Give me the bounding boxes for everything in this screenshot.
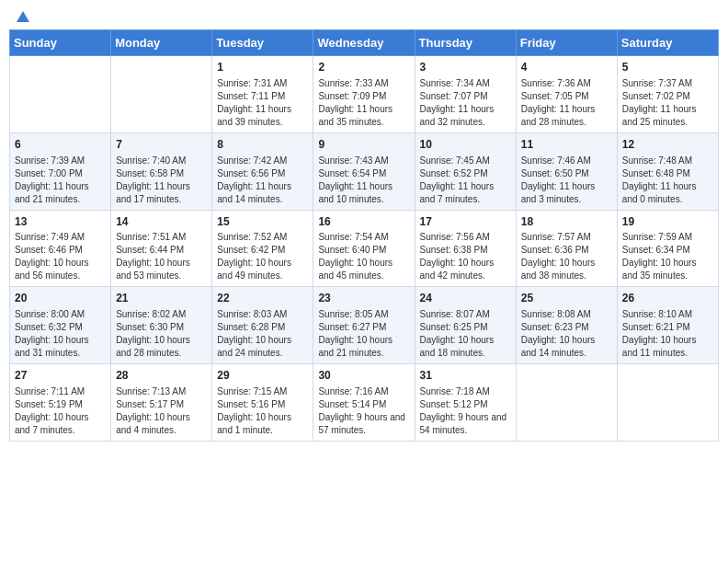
calendar-cell-19: 18Sunrise: 7:57 AMSunset: 6:36 PMDayligh…: [516, 210, 617, 287]
logo-icon: [15, 9, 31, 26]
day-info: Sunrise: 7:40 AMSunset: 6:58 PMDaylight:…: [116, 155, 207, 206]
day-info: Sunrise: 7:13 AMSunset: 5:17 PMDaylight:…: [116, 385, 207, 437]
day-number: 22: [217, 291, 308, 306]
header-saturday: Saturday: [617, 30, 718, 56]
week-row-2: 6Sunrise: 7:39 AMSunset: 7:00 PMDaylight…: [10, 132, 719, 210]
page-header: [9, 9, 719, 22]
calendar-cell-3: 2Sunrise: 7:33 AMSunset: 7:09 PMDaylight…: [313, 56, 415, 133]
calendar-cell-17: 16Sunrise: 7:54 AMSunset: 6:40 PMDayligh…: [313, 210, 415, 287]
header-monday: Monday: [111, 30, 212, 56]
day-info: Sunrise: 8:02 AMSunset: 6:30 PMDaylight:…: [116, 308, 207, 360]
header-thursday: Thursday: [415, 30, 516, 56]
calendar-cell-13: 12Sunrise: 7:48 AMSunset: 6:48 PMDayligh…: [617, 132, 718, 210]
week-row-3: 13Sunrise: 7:49 AMSunset: 6:46 PMDayligh…: [10, 210, 719, 287]
day-number: 5: [622, 60, 713, 75]
day-info: Sunrise: 7:57 AMSunset: 6:36 PMDaylight:…: [521, 231, 612, 282]
day-number: 1: [217, 60, 308, 75]
day-info: Sunrise: 8:10 AMSunset: 6:21 PMDaylight:…: [622, 308, 713, 360]
week-row-4: 20Sunrise: 8:00 AMSunset: 6:32 PMDayligh…: [10, 287, 719, 364]
day-number: 27: [15, 368, 106, 384]
day-number: 18: [521, 214, 612, 230]
day-number: 11: [521, 137, 612, 153]
header-sunday: Sunday: [10, 30, 111, 56]
calendar-cell-28: 27Sunrise: 7:11 AMSunset: 5:19 PMDayligh…: [10, 364, 111, 442]
svg-marker-0: [17, 11, 29, 22]
day-info: Sunrise: 7:34 AMSunset: 7:07 PMDaylight:…: [420, 77, 511, 129]
day-number: 25: [521, 291, 612, 306]
calendar-cell-10: 9Sunrise: 7:43 AMSunset: 6:54 PMDaylight…: [313, 132, 415, 210]
day-number: 16: [318, 214, 409, 230]
day-info: Sunrise: 7:56 AMSunset: 6:38 PMDaylight:…: [420, 231, 511, 282]
day-info: Sunrise: 7:31 AMSunset: 7:11 PMDaylight:…: [217, 77, 308, 129]
day-number: 20: [15, 291, 106, 306]
header-friday: Friday: [516, 30, 617, 56]
calendar-cell-18: 17Sunrise: 7:56 AMSunset: 6:38 PMDayligh…: [415, 210, 516, 287]
calendar-header: SundayMondayTuesdayWednesdayThursdayFrid…: [10, 30, 719, 56]
day-info: Sunrise: 7:37 AMSunset: 7:02 PMDaylight:…: [622, 77, 713, 129]
calendar-cell-7: 6Sunrise: 7:39 AMSunset: 7:00 PMDaylight…: [10, 132, 111, 210]
day-number: 4: [521, 60, 612, 75]
day-info: Sunrise: 7:11 AMSunset: 5:19 PMDaylight:…: [15, 385, 106, 437]
calendar-cell-12: 11Sunrise: 7:46 AMSunset: 6:50 PMDayligh…: [516, 132, 617, 210]
day-info: Sunrise: 8:05 AMSunset: 6:27 PMDaylight:…: [318, 308, 409, 360]
day-info: Sunrise: 7:49 AMSunset: 6:46 PMDaylight:…: [15, 231, 106, 282]
week-row-1: 1Sunrise: 7:31 AMSunset: 7:11 PMDaylight…: [10, 56, 719, 133]
calendar-cell-21: 20Sunrise: 8:00 AMSunset: 6:32 PMDayligh…: [10, 287, 111, 364]
calendar-cell-34: [617, 364, 718, 442]
calendar-cell-8: 7Sunrise: 7:40 AMSunset: 6:58 PMDaylight…: [111, 132, 212, 210]
day-number: 28: [116, 368, 207, 384]
day-info: Sunrise: 7:59 AMSunset: 6:34 PMDaylight:…: [622, 231, 713, 282]
calendar-cell-0: [10, 56, 111, 133]
day-info: Sunrise: 7:51 AMSunset: 6:44 PMDaylight:…: [116, 231, 207, 282]
calendar-cell-25: 24Sunrise: 8:07 AMSunset: 6:25 PMDayligh…: [415, 287, 516, 364]
day-info: Sunrise: 7:39 AMSunset: 7:00 PMDaylight:…: [15, 155, 106, 206]
calendar-cell-11: 10Sunrise: 7:45 AMSunset: 6:52 PMDayligh…: [415, 132, 516, 210]
logo: [13, 9, 31, 22]
calendar-cell-26: 25Sunrise: 8:08 AMSunset: 6:23 PMDayligh…: [516, 287, 617, 364]
day-info: Sunrise: 7:54 AMSunset: 6:40 PMDaylight:…: [318, 231, 409, 282]
calendar-cell-27: 26Sunrise: 8:10 AMSunset: 6:21 PMDayligh…: [617, 287, 718, 364]
day-info: Sunrise: 7:16 AMSunset: 5:14 PMDaylight:…: [318, 385, 409, 437]
day-number: 24: [420, 291, 511, 306]
calendar-cell-22: 21Sunrise: 8:02 AMSunset: 6:30 PMDayligh…: [111, 287, 212, 364]
day-info: Sunrise: 8:00 AMSunset: 6:32 PMDaylight:…: [15, 308, 106, 360]
day-number: 3: [420, 60, 511, 75]
week-row-5: 27Sunrise: 7:11 AMSunset: 5:19 PMDayligh…: [10, 364, 719, 442]
day-number: 14: [116, 214, 207, 230]
day-number: 10: [420, 137, 511, 153]
calendar-cell-29: 28Sunrise: 7:13 AMSunset: 5:17 PMDayligh…: [111, 364, 212, 442]
day-info: Sunrise: 8:08 AMSunset: 6:23 PMDaylight:…: [521, 308, 612, 360]
day-info: Sunrise: 8:07 AMSunset: 6:25 PMDaylight:…: [420, 308, 511, 360]
day-number: 13: [15, 214, 106, 230]
header-wednesday: Wednesday: [313, 30, 415, 56]
calendar-cell-30: 29Sunrise: 7:15 AMSunset: 5:16 PMDayligh…: [212, 364, 313, 442]
day-number: 7: [116, 137, 207, 153]
day-info: Sunrise: 7:36 AMSunset: 7:05 PMDaylight:…: [521, 77, 612, 129]
day-info: Sunrise: 7:42 AMSunset: 6:56 PMDaylight:…: [217, 155, 308, 206]
calendar-cell-2: 1Sunrise: 7:31 AMSunset: 7:11 PMDaylight…: [212, 56, 313, 133]
calendar-cell-16: 15Sunrise: 7:52 AMSunset: 6:42 PMDayligh…: [212, 210, 313, 287]
calendar-cell-6: 5Sunrise: 7:37 AMSunset: 7:02 PMDaylight…: [617, 56, 718, 133]
calendar-cell-5: 4Sunrise: 7:36 AMSunset: 7:05 PMDaylight…: [516, 56, 617, 133]
header-tuesday: Tuesday: [212, 30, 313, 56]
day-number: 31: [420, 368, 511, 384]
day-info: Sunrise: 8:03 AMSunset: 6:28 PMDaylight:…: [217, 308, 308, 360]
day-number: 2: [318, 60, 409, 75]
day-info: Sunrise: 7:15 AMSunset: 5:16 PMDaylight:…: [217, 385, 308, 437]
calendar-cell-14: 13Sunrise: 7:49 AMSunset: 6:46 PMDayligh…: [10, 210, 111, 287]
calendar-cell-1: [111, 56, 212, 133]
day-number: 29: [217, 368, 308, 384]
day-number: 8: [217, 137, 308, 153]
calendar-cell-32: 31Sunrise: 7:18 AMSunset: 5:12 PMDayligh…: [415, 364, 516, 442]
day-info: Sunrise: 7:48 AMSunset: 6:48 PMDaylight:…: [622, 155, 713, 206]
day-info: Sunrise: 7:45 AMSunset: 6:52 PMDaylight:…: [420, 155, 511, 206]
day-info: Sunrise: 7:33 AMSunset: 7:09 PMDaylight:…: [318, 77, 409, 129]
day-info: Sunrise: 7:52 AMSunset: 6:42 PMDaylight:…: [217, 231, 308, 282]
calendar-cell-4: 3Sunrise: 7:34 AMSunset: 7:07 PMDaylight…: [415, 56, 516, 133]
day-info: Sunrise: 7:18 AMSunset: 5:12 PMDaylight:…: [420, 385, 511, 437]
calendar-cell-15: 14Sunrise: 7:51 AMSunset: 6:44 PMDayligh…: [111, 210, 212, 287]
day-number: 6: [15, 137, 106, 153]
day-number: 30: [318, 368, 409, 384]
calendar-cell-24: 23Sunrise: 8:05 AMSunset: 6:27 PMDayligh…: [313, 287, 415, 364]
day-number: 9: [318, 137, 409, 153]
